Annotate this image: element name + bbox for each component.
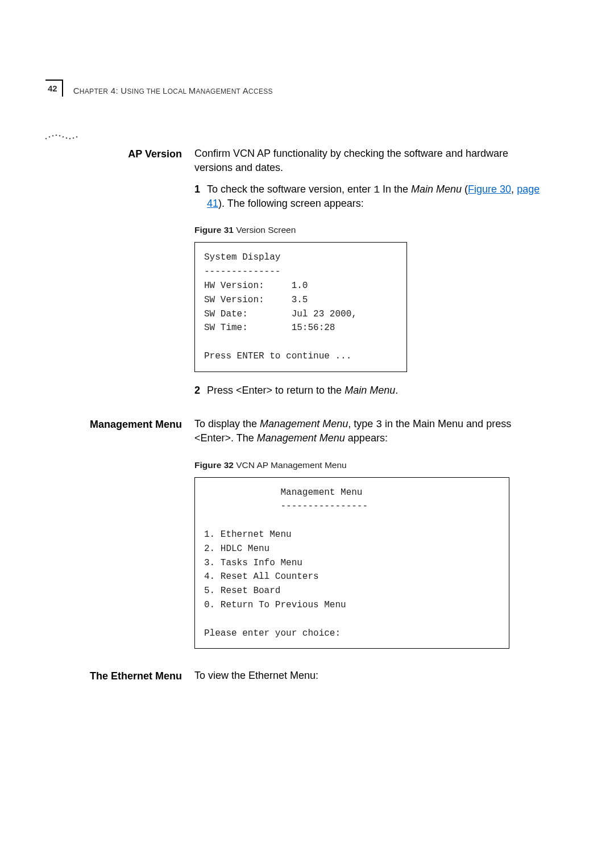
- figure-32-caption: Figure 32 VCN AP Management Menu: [194, 460, 546, 471]
- step-text: Press <Enter> to return to the Main Menu…: [207, 383, 546, 397]
- t: Figure 31: [194, 225, 234, 235]
- t: 4: U: [108, 86, 127, 95]
- t: HAPTER: [80, 87, 108, 95]
- eth-text: To view the Ethernet Menu:: [194, 670, 318, 681]
- svg-point-6: [66, 137, 68, 139]
- step-text: To check the software version, enter 1 I…: [207, 182, 546, 211]
- t: Main Menu: [411, 183, 462, 195]
- t: VCN AP Management Menu: [234, 460, 347, 470]
- step-2: 2 Press <Enter> to return to the Main Me…: [194, 383, 546, 397]
- t: appears:: [345, 432, 388, 444]
- code-management-menu: Management Menu ---------------- 1. Ethe…: [194, 477, 509, 649]
- svg-point-5: [63, 136, 64, 138]
- step-num: 1: [194, 182, 207, 211]
- t: Figure 32: [194, 460, 234, 470]
- svg-point-4: [59, 135, 61, 137]
- step-1: 1 To check the software version, enter 1…: [194, 182, 546, 211]
- t: Management Menu: [260, 418, 348, 429]
- body-management-menu: To display the Management Menu, type 3 i…: [194, 417, 546, 649]
- t: M: [189, 86, 196, 95]
- svg-point-8: [73, 137, 74, 139]
- t: Main Menu: [345, 385, 395, 396]
- figure-31-caption: Figure 31 Version Screen: [194, 224, 546, 236]
- t: Version Screen: [234, 225, 296, 235]
- t: OCAL: [168, 87, 189, 95]
- t: (: [462, 183, 468, 195]
- mgmt-intro: To display the Management Menu, type 3 i…: [194, 417, 546, 445]
- code: 3: [376, 419, 382, 430]
- t: To display the: [194, 418, 260, 429]
- page-header: 42 CHAPTER 4: USING THE LOCAL MANAGEMENT…: [45, 80, 546, 97]
- dots-icon: [44, 131, 84, 141]
- t: ANAGEMENT: [196, 87, 243, 95]
- code: 1: [374, 184, 380, 195]
- section-ethernet-menu: The Ethernet Menu To view the Ethernet M…: [45, 669, 546, 683]
- t: CCESS: [248, 87, 273, 95]
- page-root: 42 CHAPTER 4: USING THE LOCAL MANAGEMENT…: [0, 0, 614, 683]
- svg-point-9: [76, 136, 78, 138]
- svg-point-0: [45, 138, 47, 140]
- t: Press <Enter> to return to the: [207, 385, 345, 396]
- t: SING THE: [127, 87, 163, 95]
- page-number: 42: [45, 80, 63, 97]
- heading-ethernet-menu: The Ethernet Menu: [45, 669, 194, 683]
- t: L: [163, 86, 168, 95]
- heading-management-menu: Management Menu: [45, 417, 194, 431]
- svg-point-2: [52, 135, 54, 137]
- t: C: [73, 86, 80, 95]
- heading-ap-version: AP Version: [45, 147, 194, 161]
- svg-point-1: [49, 136, 51, 138]
- t: .: [395, 385, 398, 396]
- t: Management Menu: [257, 432, 345, 444]
- body-ap-version: Confirm VCN AP functionality by checking…: [194, 147, 546, 397]
- ap-intro: Confirm VCN AP functionality by checking…: [194, 147, 546, 174]
- body-ethernet-menu: To view the Ethernet Menu:: [194, 669, 546, 682]
- section-management-menu: Management Menu To display the Managemen…: [45, 417, 546, 649]
- chapter-title: CHAPTER 4: USING THE LOCAL MANAGEMENT AC…: [73, 85, 273, 97]
- t: In the: [380, 183, 411, 195]
- t: , type: [348, 418, 376, 429]
- code-version-screen: System Display -------------- HW Version…: [194, 242, 407, 372]
- t: To check the software version, enter: [207, 183, 374, 195]
- svg-point-3: [56, 135, 57, 136]
- t: ,: [511, 183, 517, 195]
- link-figure-30[interactable]: Figure 30: [468, 183, 511, 195]
- t: ). The following screen appears:: [218, 198, 364, 209]
- step-num: 2: [194, 383, 207, 397]
- section-ap-version: AP Version Confirm VCN AP functionality …: [45, 147, 546, 397]
- t: A: [243, 86, 248, 95]
- svg-point-7: [69, 138, 71, 140]
